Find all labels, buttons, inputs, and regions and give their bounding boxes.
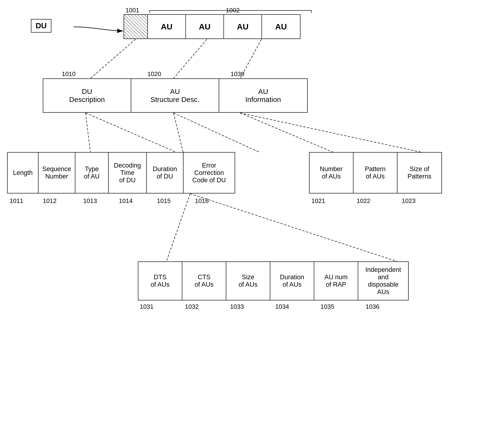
type-of-au-cell: Typeof AU [75,152,109,193]
decoding-time-cell: DecodingTimeof DU [109,152,147,193]
du-description-cell: DUDescription [43,79,131,112]
svg-line-7 [173,113,259,152]
connections-svg [0,0,479,448]
svg-line-9 [240,113,421,152]
label-1015: 1015 [157,197,171,205]
duration-of-aus-cell: Durationof AUs [270,262,314,300]
dts-of-aus-cell: DTSof AUs [138,262,182,300]
diagram: DU 1001 1002 AU AU AU AU 1010 1020 1030 … [0,0,479,448]
label-1033: 1033 [230,303,244,310]
au-structure-desc-cell: AUStructure Desc. [131,79,219,112]
cts-of-aus-cell: CTSof AUs [182,262,226,300]
svg-line-5 [86,113,176,152]
au-cell-3: AU [224,15,262,39]
top-row: AU AU AU AU [124,14,300,39]
label-1001: 1001 [126,7,139,14]
label-1034: 1034 [275,303,289,310]
svg-line-6 [173,113,183,152]
au-num-of-rap-cell: AU numof RAP [314,262,358,300]
error-correction-cell: ErrorCorrectionCode of DU [184,152,235,193]
au-cell-1: AU [148,15,186,39]
label-1014: 1014 [119,197,133,205]
du-box: DU [31,19,51,33]
label-1002: 1002 [226,7,240,14]
au-information-cell: AUInformation [219,79,307,112]
au-cell-4: AU [262,15,300,39]
label-1011: 1011 [9,197,23,205]
size-of-aus-cell: Sizeof AUs [226,262,270,300]
label-1021: 1021 [311,197,325,205]
number-of-aus-cell: Numberof AUs [310,152,353,193]
second-level: DUDescription AUStructure Desc. AUInform… [43,79,308,113]
fourth-level: DTSof AUs CTSof AUs Sizeof AUs Durationo… [138,261,409,300]
pattern-of-aus-cell: Patternof AUs [353,152,398,193]
sequence-number-cell: SequenceNumber [39,152,75,193]
label-1031: 1031 [140,303,153,310]
label-1035: 1035 [320,303,334,310]
label-second-1030: 1030 [231,70,244,78]
svg-line-1 [90,39,135,79]
label-1012: 1012 [43,197,57,205]
hatched-header [124,15,148,39]
duration-of-du-cell: Durationof DU [147,152,184,193]
size-of-patterns-cell: Size ofPatterns [398,152,441,193]
label-second-1020: 1020 [147,70,161,78]
au-cell-2: AU [186,15,224,39]
label-1022: 1022 [357,197,370,205]
independent-disposable-cell: IndependentanddisposableAUs [358,262,408,300]
svg-line-2 [173,39,207,79]
svg-line-4 [86,113,90,152]
label-second-1010: 1010 [62,70,76,78]
svg-line-8 [240,113,333,152]
label-1036: 1036 [366,303,379,310]
third-level-left: Length SequenceNumber Typeof AU Decoding… [7,152,235,193]
third-level-right: Numberof AUs Patternof AUs Size ofPatter… [309,152,442,193]
label-1013: 1013 [83,197,97,205]
length-cell: Length [8,152,39,193]
label-1016: 1016 [195,197,209,205]
label-1032: 1032 [185,303,199,310]
du-label: DU [36,21,47,30]
label-1023: 1023 [402,197,416,205]
